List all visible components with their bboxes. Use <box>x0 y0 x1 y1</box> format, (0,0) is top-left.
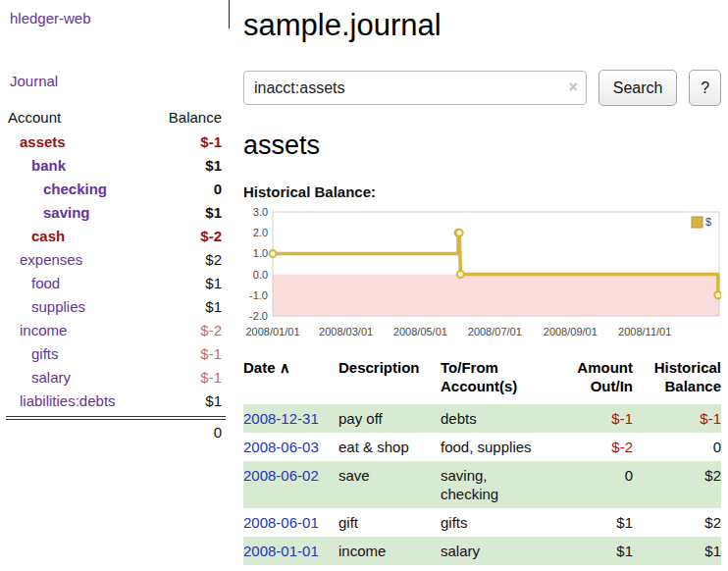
account-name: saving <box>8 204 90 222</box>
transaction-date-cell: 2008-06-01 <box>243 508 338 537</box>
transaction-accounts: saving, checking <box>441 461 570 508</box>
account-name: bank <box>8 157 66 175</box>
svg-text:0.0: 0.0 <box>253 269 268 281</box>
account-balance: $1 <box>205 392 222 410</box>
account-link-cash[interactable]: cash <box>31 228 65 244</box>
account-row-gifts: gifts $-1 <box>0 342 232 366</box>
svg-text:2008/09/01: 2008/09/01 <box>544 326 598 337</box>
account-link-saving[interactable]: saving <box>43 204 90 221</box>
transaction-balance: $2 <box>633 461 721 508</box>
account-row-expenses: expenses $2 <box>0 248 232 272</box>
account-name: food <box>8 275 60 292</box>
transaction-date-link[interactable]: 2008-06-01 <box>243 514 319 531</box>
account-name: liabilities:debts <box>8 392 116 410</box>
account-link-assets[interactable]: assets <box>20 133 66 150</box>
svg-text:3.0: 3.0 <box>253 206 268 218</box>
transaction-amount: $-2 <box>570 433 633 461</box>
account-name: expenses <box>8 251 82 269</box>
account-link-liabilities-debts[interactable]: liabilities:debts <box>20 392 116 409</box>
search-button[interactable]: Search <box>598 70 678 106</box>
page-title: sample.journal <box>243 8 721 43</box>
transaction-amount: $-1 <box>570 404 633 433</box>
header-divider <box>229 0 230 28</box>
app-title-link[interactable]: hledger-web <box>10 10 232 26</box>
col-header-amount: Amount Out/In <box>570 356 633 404</box>
svg-text:-1.0: -1.0 <box>249 289 268 301</box>
sidebar: hledger-web Journal Account Balance asse… <box>0 0 232 444</box>
account-link-salary[interactable]: salary <box>31 369 71 386</box>
transaction-balance: $-1 <box>633 404 721 433</box>
sort-ascending-icon: ∧ <box>280 359 290 376</box>
account-name: cash <box>8 228 65 245</box>
accounts-header-balance: Balance <box>169 109 222 126</box>
historical-balance-chart: 3.02.01.00.0-1.0-2.02008/01/012008/03/01… <box>243 206 721 343</box>
transaction-date-link[interactable]: 2008-06-02 <box>243 467 319 484</box>
svg-text:-2.0: -2.0 <box>249 310 268 322</box>
register-row: 2008-06-01 gift gifts $1 $2 <box>243 508 721 537</box>
transaction-accounts: salary <box>441 537 570 565</box>
account-link-bank[interactable]: bank <box>31 157 66 174</box>
account-name: salary <box>8 369 71 387</box>
account-balance: $2 <box>205 251 222 269</box>
account-link-supplies[interactable]: supplies <box>31 298 85 315</box>
register-row: 2008-06-02 save saving, checking 0 $2 <box>243 461 721 508</box>
transaction-date-link[interactable]: 2008-01-01 <box>243 543 319 559</box>
account-row-salary: salary $-1 <box>0 366 232 389</box>
transaction-description: gift <box>338 508 441 537</box>
account-name: gifts <box>8 345 59 363</box>
account-row-assets: assets $-1 <box>0 130 232 154</box>
account-row-liabilities-debts: liabilities:debts $1 <box>0 389 232 413</box>
col-header-balance: Historical Balance <box>633 356 721 404</box>
transaction-date-cell: 2008-06-02 <box>243 461 338 508</box>
account-name: income <box>8 322 67 339</box>
svg-text:2008/11/01: 2008/11/01 <box>618 326 671 337</box>
accounts-total-row: 0 <box>0 420 232 444</box>
search-help-button[interactable]: ? <box>689 70 721 106</box>
transaction-date-cell: 2008-01-01 <box>243 537 338 565</box>
transaction-description: save <box>338 461 441 508</box>
account-link-gifts[interactable]: gifts <box>31 345 59 362</box>
account-row-bank: bank $1 <box>0 154 232 178</box>
sidebar-item-journal[interactable]: Journal <box>10 73 232 89</box>
account-link-checking[interactable]: checking <box>43 181 107 197</box>
transaction-description: eat & shop <box>338 433 441 461</box>
col-header-date[interactable]: Date ∧ <box>243 356 338 404</box>
account-balance: $-1 <box>200 133 222 151</box>
transaction-description: income <box>338 537 441 565</box>
svg-text:2.0: 2.0 <box>253 227 268 238</box>
search-form: × Search ? <box>243 70 721 106</box>
account-balance: $1 <box>205 275 222 292</box>
account-balance: $-2 <box>200 228 222 245</box>
account-name: checking <box>8 181 107 198</box>
register-row: 2008-06-03 eat & shop food, supplies $-2… <box>243 433 721 461</box>
svg-text:2008/07/01: 2008/07/01 <box>468 326 522 337</box>
main-content: sample.journal × Search ? assets Histori… <box>243 0 721 565</box>
svg-text:2008/05/01: 2008/05/01 <box>393 326 447 337</box>
account-balance: 0 <box>214 181 222 198</box>
transaction-balance: $2 <box>633 508 721 537</box>
col-header-account: To/From Account(s) <box>441 356 570 404</box>
svg-text:2008/03/01: 2008/03/01 <box>319 326 373 337</box>
account-row-cash: cash $-2 <box>0 225 232 248</box>
account-heading: assets <box>243 130 721 161</box>
svg-text:2008/01/01: 2008/01/01 <box>245 326 299 337</box>
chart-title: Historical Balance: <box>243 183 721 200</box>
account-row-checking: checking 0 <box>0 178 232 201</box>
transaction-amount: $1 <box>570 537 633 565</box>
col-header-description: Description <box>338 356 441 404</box>
transaction-date-link[interactable]: 2008-06-03 <box>243 439 319 455</box>
search-box: × <box>243 71 587 105</box>
transaction-amount: 0 <box>570 461 633 508</box>
transaction-amount: $1 <box>570 508 633 537</box>
clear-search-icon[interactable]: × <box>568 78 577 96</box>
account-link-food[interactable]: food <box>31 275 60 291</box>
account-row-income: income $-2 <box>0 319 232 342</box>
transaction-date-link[interactable]: 2008-12-31 <box>243 410 319 427</box>
account-balance: $1 <box>205 157 222 175</box>
register-header-row: Date ∧ Description To/From Account(s) Am… <box>243 356 721 404</box>
register-table: Date ∧ Description To/From Account(s) Am… <box>243 356 721 565</box>
transaction-balance: $1 <box>633 537 721 565</box>
search-input[interactable] <box>243 71 587 105</box>
account-link-expenses[interactable]: expenses <box>20 251 82 268</box>
account-link-income[interactable]: income <box>20 322 67 338</box>
